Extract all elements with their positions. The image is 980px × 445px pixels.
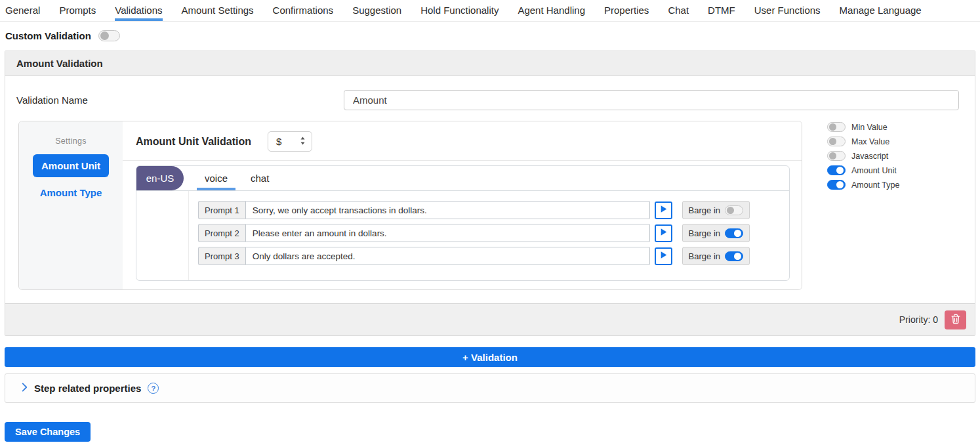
custom-validation-row: Custom Validation — [0, 22, 980, 51]
nav-tab-amount-settings[interactable]: Amount Settings — [182, 0, 254, 21]
play-icon — [659, 251, 668, 261]
max-value-label: Max Value — [851, 137, 889, 146]
nav-tab-hold-functionality[interactable]: Hold Functionality — [420, 0, 499, 21]
prompt-1-label: Prompt 1 — [198, 201, 245, 219]
priority-label: Priority: 0 — [899, 314, 938, 325]
delete-validation-button[interactable] — [945, 310, 966, 329]
trash-icon — [951, 314, 960, 326]
play-icon — [659, 228, 668, 238]
nav-tab-manage-language[interactable]: Manage Language — [840, 0, 922, 21]
barge-in-label: Barge in — [689, 228, 720, 238]
unit-validation-header: Amount Unit Validation $ — [123, 121, 802, 161]
min-value-label: Min Value — [851, 123, 888, 132]
settings-sidebar: Settings Amount Unit Amount Type — [19, 121, 123, 289]
prompt-2-barge-in-toggle[interactable] — [725, 228, 743, 238]
barge-in-label: Barge in — [689, 251, 720, 261]
chevron-right-icon — [22, 383, 28, 394]
nav-tab-user-functions[interactable]: User Functions — [754, 0, 821, 21]
nav-tab-prompts[interactable]: Prompts — [59, 0, 96, 21]
prompt-1-barge-in-toggle[interactable] — [725, 205, 743, 215]
unit-select[interactable]: $ — [268, 131, 312, 152]
prompt-2-play-button[interactable] — [655, 224, 672, 242]
nav-tab-properties[interactable]: Properties — [604, 0, 649, 21]
nav-tab-chat[interactable]: Chat — [668, 0, 689, 21]
nav-tab-dtmf[interactable]: DTMF — [708, 0, 735, 21]
validation-name-label: Validation Name — [16, 95, 344, 106]
content-row: Settings Amount Unit Amount Type Amount … — [5, 121, 975, 303]
prompt-list: Prompt 1 Barge in — [189, 191, 789, 280]
unit-validation-title: Amount Unit Validation — [136, 136, 251, 148]
min-value-toggle[interactable] — [827, 122, 846, 132]
custom-validation-label: Custom Validation — [5, 30, 91, 41]
channel-tabbar: en-US voice chat — [136, 166, 789, 191]
nav-tab-confirmations[interactable]: Confirmations — [273, 0, 334, 21]
amount-unit-toggle[interactable] — [827, 165, 846, 175]
unit-select-value: $ — [276, 136, 281, 147]
play-icon — [659, 205, 668, 215]
option-amount-unit: Amount Unit — [827, 165, 899, 175]
validation-options-column: Min Value Max Value Javascript Amount Un… — [827, 121, 899, 194]
max-value-toggle[interactable] — [827, 137, 846, 146]
help-icon[interactable]: ? — [148, 383, 159, 394]
nav-tab-suggestion[interactable]: Suggestion — [352, 0, 401, 21]
option-max-value: Max Value — [827, 137, 899, 146]
prompt-3-label: Prompt 3 — [198, 247, 245, 265]
prompts-left-spacer — [136, 191, 189, 280]
add-validation-button[interactable]: + Validation — [5, 347, 975, 367]
save-changes-button[interactable]: Save Changes — [5, 422, 91, 442]
prompt-row-3: Prompt 3 Barge in — [198, 247, 750, 265]
step-related-properties-header[interactable]: Step related properties ? — [5, 373, 975, 403]
select-arrows-icon — [300, 136, 306, 147]
prompt-1-play-button[interactable] — [655, 201, 672, 219]
panel-body: Validation Name Settings Amount Unit Amo… — [5, 76, 975, 303]
prompt-3-play-button[interactable] — [655, 247, 672, 265]
validation-name-input[interactable] — [344, 90, 959, 110]
barge-in-label: Barge in — [689, 205, 720, 215]
priority-value: 0 — [933, 314, 938, 325]
javascript-toggle[interactable] — [827, 151, 846, 161]
prompts-area: Prompt 1 Barge in — [136, 191, 789, 280]
nav-tab-general[interactable]: General — [5, 0, 40, 21]
custom-validation-toggle[interactable] — [98, 30, 120, 41]
nav-tab-agent-handling[interactable]: Agent Handling — [518, 0, 585, 21]
tab-chat[interactable]: chat — [243, 166, 277, 190]
amount-validation-panel: Amount Validation Validation Name Settin… — [5, 51, 975, 336]
panel-title: Amount Validation — [5, 51, 975, 76]
option-javascript: Javascript — [827, 151, 899, 161]
amount-type-toggle[interactable] — [827, 180, 846, 190]
priority-bar: Priority: 0 — [5, 303, 975, 335]
amount-type-label: Amount Type — [851, 180, 899, 190]
locale-prompts-box: en-US voice chat Prompt 1 — [136, 165, 790, 281]
prompt-2-input[interactable] — [245, 224, 650, 242]
locale-badge: en-US — [136, 166, 184, 190]
prompt-row-2: Prompt 2 Barge in — [198, 224, 750, 242]
prompt-1-input[interactable] — [245, 201, 650, 219]
validation-name-row: Validation Name — [5, 90, 975, 110]
tab-voice[interactable]: voice — [197, 166, 235, 190]
amount-unit-label: Amount Unit — [851, 166, 897, 175]
prompt-2-label: Prompt 2 — [198, 224, 245, 242]
prompt-2-barge-in: Barge in — [682, 224, 750, 242]
prompt-3-barge-in: Barge in — [682, 247, 750, 265]
option-amount-type: Amount Type — [827, 180, 899, 190]
top-nav: General Prompts Validations Amount Setti… — [0, 0, 980, 22]
prompt-1-barge-in: Barge in — [682, 201, 750, 219]
sidebar-item-amount-unit[interactable]: Amount Unit — [33, 154, 109, 177]
step-related-properties-label: Step related properties — [34, 383, 141, 394]
prompt-3-input[interactable] — [245, 247, 650, 265]
option-min-value: Min Value — [827, 122, 899, 132]
unit-validation-main: Amount Unit Validation $ en-US v — [123, 121, 802, 289]
sidebar-item-amount-type[interactable]: Amount Type — [40, 187, 102, 198]
settings-label: Settings — [55, 137, 87, 146]
prompt-3-barge-in-toggle[interactable] — [725, 251, 743, 261]
nav-tab-validations[interactable]: Validations — [115, 0, 162, 21]
validation-settings-card: Settings Amount Unit Amount Type Amount … — [18, 121, 802, 290]
javascript-label: Javascript — [851, 152, 888, 161]
prompt-row-1: Prompt 1 Barge in — [198, 201, 750, 219]
